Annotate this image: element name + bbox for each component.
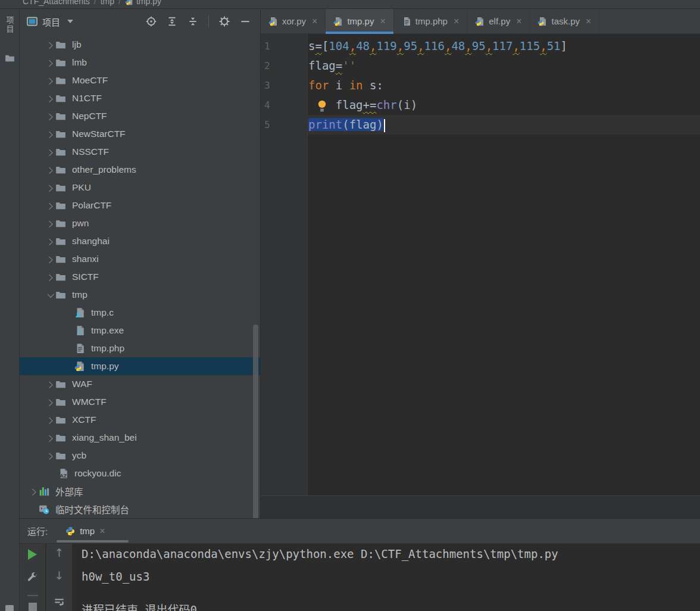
stripe-project-button[interactable]: 项目 [4, 16, 15, 34]
tree-item-NepCTF[interactable]: NepCTF [20, 107, 260, 125]
tree-item-N1CTF[interactable]: N1CTF [20, 89, 260, 107]
tree-item-pwn[interactable]: pwn [20, 214, 260, 232]
chevron-down-icon[interactable] [67, 20, 73, 23]
code-line-3[interactable]: for i in s: [308, 76, 700, 95]
tree-item-________[interactable]: 临时文件和控制台 [20, 500, 260, 518]
close-icon[interactable]: × [380, 17, 385, 26]
editor-tab-xor_py[interactable]: xor.py× [261, 9, 326, 33]
stop-button[interactable] [27, 601, 39, 611]
tree-item-ycb[interactable]: ycb [20, 447, 260, 465]
breadcrumb[interactable]: CTF_Attachments/tmp/tmp.py [23, 0, 161, 8]
tree-item-tmp_c[interactable]: tmp.c [20, 304, 260, 322]
folder-icon [55, 379, 66, 389]
editor-tab-tmp_py[interactable]: tmp.py× [326, 9, 393, 33]
run-panel: 运行: tmp × ↑ ↓ D:\anaconda\anaconda\envs\… [20, 518, 700, 611]
code-content[interactable]: s=[104,48,119,95,116,48,95,117,115,51]fl… [308, 36, 700, 135]
tree-item-MoeCTF[interactable]: MoeCTF [20, 71, 260, 89]
chevron-right-icon[interactable] [43, 92, 55, 104]
chevron-right-icon[interactable] [43, 235, 55, 247]
code-line-5[interactable]: print(flag) [308, 115, 700, 135]
expand-all-icon[interactable] [167, 16, 177, 27]
tree-item-ljb[interactable]: ljb [20, 36, 260, 54]
chevron-right-icon[interactable] [43, 74, 55, 86]
chevron-right-icon[interactable] [43, 39, 55, 51]
line-number: 3 [264, 76, 270, 95]
settings-icon[interactable] [219, 16, 230, 27]
rerun-button[interactable] [27, 548, 39, 560]
exe-file-icon: ? [74, 325, 85, 336]
chevron-right-icon[interactable] [43, 432, 55, 444]
chevron-right-icon[interactable] [43, 450, 55, 462]
breadcrumb-item[interactable]: tmp [101, 0, 114, 6]
editor-body[interactable]: 12345 s=[104,48,119,95,116,48,95,117,115… [261, 34, 700, 495]
tree-item-___[interactable]: 外部库 [20, 482, 260, 500]
chevron-right-icon[interactable] [27, 485, 39, 497]
tree-item-PKU[interactable]: PKU [20, 179, 260, 197]
tree-item-NewStarCTF[interactable]: NewStarCTF [20, 125, 260, 143]
tree-item-WAF[interactable]: WAF [20, 375, 260, 393]
project-panel-title[interactable]: 项目 [42, 15, 60, 28]
chevron-right-icon[interactable] [43, 217, 55, 229]
tree-item-shanxi[interactable]: shanxi [20, 250, 260, 268]
project-panel: 项目 ljblmbMoeCTFN1CTFNepCTFNewStarCTFNSSC… [20, 9, 260, 518]
up-stack-trace-icon[interactable]: ↑ [54, 547, 65, 559]
chevron-right-icon[interactable] [43, 128, 55, 140]
chevron-right-icon[interactable] [43, 253, 55, 265]
chevron-right-icon[interactable] [43, 271, 55, 283]
editor-tab-tmp_php[interactable]: tmp.php× [394, 9, 468, 33]
tree-item-SICTF[interactable]: SICTF [20, 268, 260, 286]
tree-scrollbar[interactable] [253, 325, 258, 518]
editor-tab-elf_py[interactable]: elf.py× [467, 9, 530, 33]
tree-item-xiang_shan_bei[interactable]: xiang_shan_bei [20, 429, 260, 447]
tree-item-tmp_exe[interactable]: ?tmp.exe [20, 322, 260, 339]
code-token: 119 [376, 39, 396, 52]
chevron-right-icon[interactable] [43, 396, 55, 408]
code-line-4[interactable]: flag+=chr(i) [308, 95, 700, 115]
close-icon[interactable]: × [586, 17, 591, 26]
close-icon[interactable]: × [516, 17, 521, 26]
down-stack-trace-icon[interactable]: ↓ [54, 569, 65, 581]
breadcrumb-item[interactable]: CTF_Attachments [23, 0, 90, 6]
tree-item-tmp_php[interactable]: tmp.php [20, 339, 260, 357]
tree-item-tmp[interactable]: tmp [20, 286, 260, 304]
soft-wrap-icon[interactable] [54, 596, 65, 608]
tab-label: task.py [551, 16, 580, 26]
collapse-all-icon[interactable] [188, 16, 198, 27]
folder-icon[interactable] [5, 53, 15, 63]
editor-tab-task_py[interactable]: task.py× [530, 9, 599, 33]
chevron-right-icon[interactable] [43, 199, 55, 211]
close-icon[interactable]: × [312, 17, 317, 26]
close-icon[interactable]: × [454, 17, 459, 26]
run-console[interactable]: D:\anaconda\anaconda\envs\zjy\python.exe… [73, 544, 700, 611]
tree-item-label: tmp [72, 289, 88, 300]
tree-item-shanghai[interactable]: shanghai [20, 232, 260, 250]
code-line-1[interactable]: s=[104,48,119,95,116,48,95,117,115,51] [308, 36, 700, 56]
tree-item-rockyou_dic[interactable]: AZrockyou.dic [20, 465, 260, 482]
stripe-bottom-icon[interactable] [5, 605, 14, 611]
code-line-2[interactable]: flag='' [308, 56, 700, 76]
tree-item-PolarCTF[interactable]: PolarCTF [20, 197, 260, 214]
intention-bulb-icon[interactable] [317, 99, 327, 111]
tree-item-other_problems[interactable]: other_problems [20, 161, 260, 179]
chevron-right-icon[interactable] [43, 378, 55, 390]
close-icon[interactable]: × [99, 526, 105, 537]
chevron-right-icon[interactable] [43, 182, 55, 194]
run-tab[interactable]: tmp × [65, 526, 105, 537]
code-token: , [349, 39, 356, 52]
tree-item-XCTF[interactable]: XCTF [20, 411, 260, 429]
chevron-right-icon[interactable] [43, 146, 55, 158]
chevron-right-icon[interactable] [43, 164, 55, 176]
chevron-right-icon[interactable] [43, 57, 55, 68]
locate-icon[interactable] [146, 16, 157, 27]
chevron-right-icon[interactable] [43, 414, 55, 426]
chevron-down-icon[interactable] [43, 289, 55, 301]
tree-item-WMCTF[interactable]: WMCTF [20, 393, 260, 411]
tree-item-lmb[interactable]: lmb [20, 54, 260, 71]
tree-item-NSSCTF[interactable]: NSSCTF [20, 143, 260, 161]
code-token: (flag) [342, 118, 383, 131]
hide-icon[interactable] [240, 16, 251, 27]
chevron-right-icon[interactable] [43, 110, 55, 122]
breadcrumb-item[interactable]: tmp.py [125, 0, 161, 6]
tree-item-tmp_py[interactable]: tmp.py [20, 357, 260, 375]
settings-wrench-icon[interactable] [27, 571, 39, 583]
